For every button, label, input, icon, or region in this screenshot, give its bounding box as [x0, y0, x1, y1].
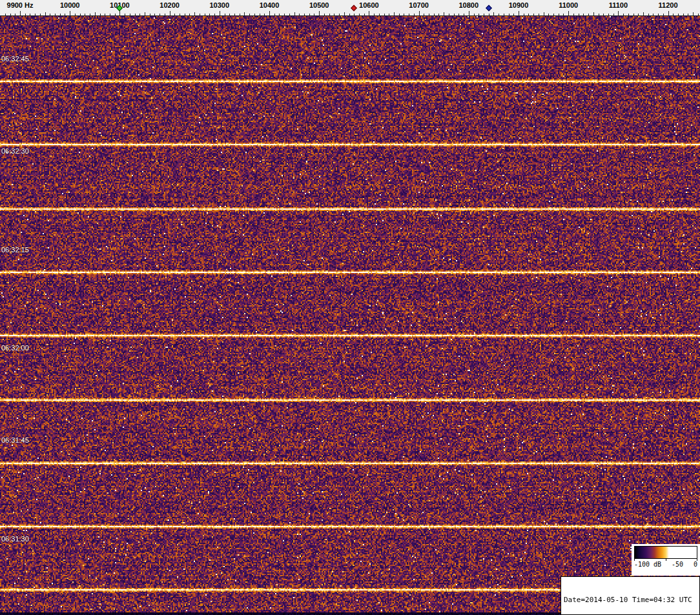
- legend-tick: [634, 559, 635, 561]
- ruler-tick: [394, 12, 395, 15]
- ruler-tick: [633, 14, 634, 15]
- time-label: 06:31:45: [1, 436, 29, 444]
- ruler-tick: [409, 14, 409, 15]
- ruler-tick: [274, 14, 275, 15]
- ruler-tick: [40, 14, 41, 15]
- ruler-tick: [10, 14, 11, 15]
- ruler-tick: [354, 14, 355, 15]
- ruler-tick: [593, 12, 594, 15]
- ruler-tick: [563, 14, 564, 15]
- ruler-tick: [693, 12, 694, 15]
- ruler-tick: [533, 14, 534, 15]
- ruler-tick: [324, 14, 325, 15]
- ruler-tick: [200, 14, 200, 15]
- ruler-tick: [668, 11, 669, 15]
- ruler-tick: [85, 14, 85, 15]
- ruler-tick: [75, 14, 76, 15]
- marker-blue[interactable]: [486, 5, 492, 12]
- ruler-tick: [95, 12, 96, 15]
- ruler-label: 10300: [210, 1, 230, 9]
- ruler-tick: [369, 11, 369, 15]
- ruler-tick: [269, 11, 270, 15]
- ruler-tick: [414, 14, 415, 15]
- ruler-tick: [174, 14, 175, 15]
- ruler-tick: [214, 14, 215, 15]
- ruler-tick: [658, 14, 659, 15]
- ruler-tick: [638, 14, 639, 15]
- colormap-gradient: [634, 546, 697, 559]
- ruler-label: 10700: [409, 1, 429, 9]
- ruler-tick: [80, 14, 81, 15]
- ruler-tick: [438, 14, 439, 15]
- ruler-label: 10800: [459, 1, 479, 9]
- ruler-tick: [135, 14, 136, 15]
- ruler-tick: [150, 14, 150, 15]
- ruler-tick: [105, 14, 105, 15]
- ruler-tick: [260, 14, 260, 15]
- legend-label-mid: -50: [672, 561, 683, 569]
- ruler-tick: [399, 14, 400, 15]
- ruler-tick: [513, 14, 514, 15]
- marker-red[interactable]: [351, 5, 357, 12]
- legend-label-max: 0: [694, 561, 697, 569]
- ruler-label: 11200: [659, 1, 678, 9]
- ruler-tick: [145, 12, 145, 15]
- ruler-tick: [698, 14, 699, 15]
- ruler-tick: [389, 14, 389, 15]
- ruler-tick: [180, 14, 180, 15]
- spectrogram-waterfall-window: 9900 Hz100001010010200103001040010500106…: [0, 0, 700, 615]
- ruler-tick: [419, 11, 420, 15]
- ruler-tick: [374, 14, 375, 15]
- ruler-tick: [568, 11, 569, 15]
- ruler-tick: [608, 14, 609, 15]
- ruler-tick: [309, 14, 310, 15]
- ruler-tick: [154, 14, 155, 15]
- time-label: 06:32:00: [1, 344, 29, 352]
- ruler-tick: [444, 12, 444, 15]
- ruler-tick: [319, 11, 320, 15]
- ruler-tick: [519, 11, 519, 15]
- ruler-tick: [449, 14, 449, 15]
- legend-tick: [666, 559, 666, 561]
- ruler-tick: [504, 14, 504, 15]
- ruler-tick: [643, 12, 644, 15]
- ruler-tick: [90, 14, 90, 15]
- ruler-tick: [344, 12, 345, 15]
- ruler-label: 10500: [309, 1, 329, 9]
- ruler-tick: [329, 14, 330, 15]
- ruler-tick: [559, 14, 559, 15]
- ruler-tick: [45, 12, 46, 15]
- ruler-tick: [588, 14, 589, 15]
- ruler-tick: [474, 14, 475, 15]
- ruler-tick: [678, 14, 679, 15]
- ruler-tick: [548, 14, 549, 15]
- ruler-tick: [599, 14, 599, 15]
- ruler-tick: [553, 14, 554, 15]
- ruler-tick: [100, 14, 101, 15]
- time-label: 06:32:45: [1, 55, 29, 63]
- ruler-tick: [509, 14, 510, 15]
- ruler-tick: [170, 11, 170, 15]
- info-box: Date=2014-05-10 Time=04:32 UTC Freq=143 …: [561, 576, 700, 615]
- ruler-tick: [189, 14, 190, 15]
- ruler-tick: [225, 14, 225, 15]
- ruler-tick: [683, 14, 684, 15]
- legend-scale: -100 dB -50 0: [634, 561, 697, 569]
- ruler-tick: [240, 14, 240, 15]
- ruler-tick: [254, 14, 255, 15]
- ruler-tick: [454, 14, 455, 15]
- ruler-tick: [479, 14, 479, 15]
- ruler-tick: [339, 14, 340, 15]
- ruler-tick: [264, 14, 265, 15]
- ruler-label: 10600: [359, 1, 379, 9]
- ruler-tick: [115, 14, 116, 15]
- ruler-tick: [528, 14, 529, 15]
- info-date-time: Date=2014-05-10 Time=04:32 UTC: [564, 596, 697, 605]
- ruler-tick: [30, 14, 30, 15]
- ruler-tick: [663, 14, 664, 15]
- ruler-tick: [119, 11, 120, 15]
- ruler-tick: [613, 14, 614, 15]
- ruler-tick: [648, 14, 649, 15]
- ruler-tick: [484, 14, 484, 15]
- ruler-label: 10000: [60, 1, 80, 9]
